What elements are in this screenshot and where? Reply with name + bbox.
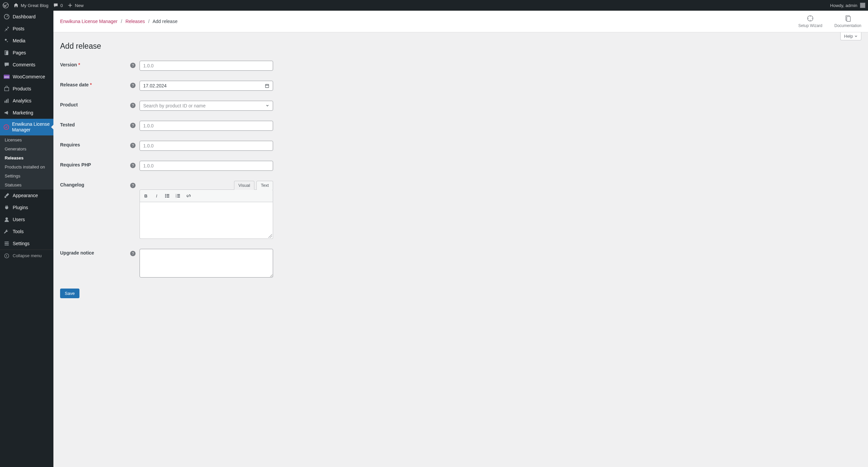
menu-label: Marketing bbox=[13, 110, 33, 115]
label-upgrade-notice: Upgrade notice bbox=[60, 249, 130, 256]
menu-label: Plugins bbox=[13, 205, 28, 210]
help-icon[interactable]: ? bbox=[130, 83, 135, 88]
new-label: New bbox=[75, 3, 84, 8]
svg-rect-30 bbox=[177, 196, 180, 196]
tested-input[interactable] bbox=[140, 121, 273, 131]
changelog-editor[interactable] bbox=[140, 202, 273, 239]
row-tested: Tested ? bbox=[60, 121, 861, 131]
menu-label: Comments bbox=[13, 62, 35, 67]
menu-woocommerce[interactable]: woo WooCommerce bbox=[0, 71, 54, 83]
breadcrumb: Enwikuna License Manager / Releases / Ad… bbox=[60, 19, 178, 24]
requires-php-input[interactable] bbox=[140, 161, 273, 171]
setup-wizard-link[interactable]: Setup Wizard bbox=[798, 15, 822, 28]
breadcrumb-section[interactable]: Releases bbox=[126, 19, 145, 24]
collapse-menu[interactable]: Collapse menu bbox=[0, 249, 54, 262]
resize-handle[interactable] bbox=[268, 234, 272, 238]
admin-sidebar: Dashboard Posts Media Pages Comments woo… bbox=[0, 11, 54, 311]
menu-posts[interactable]: Posts bbox=[0, 23, 54, 35]
help-icon[interactable]: ? bbox=[130, 183, 135, 188]
italic-button[interactable]: I bbox=[153, 192, 160, 200]
svg-text:3: 3 bbox=[176, 196, 177, 198]
comment-icon bbox=[53, 3, 58, 8]
label-requires: Requires bbox=[60, 141, 130, 147]
version-input[interactable] bbox=[140, 61, 273, 71]
save-button[interactable]: Save bbox=[60, 289, 80, 298]
svg-point-14 bbox=[6, 243, 7, 244]
license-icon bbox=[3, 124, 9, 130]
help-icon[interactable]: ? bbox=[130, 103, 135, 108]
svg-rect-8 bbox=[5, 101, 6, 103]
label-changelog: Changelog bbox=[60, 181, 130, 188]
submenu-generators[interactable]: Generators bbox=[0, 144, 54, 154]
help-icon[interactable]: ? bbox=[130, 123, 135, 128]
menu-appearance[interactable]: Appearance bbox=[0, 190, 54, 201]
menu-label: Analytics bbox=[13, 98, 31, 103]
main-content: Enwikuna License Manager / Releases / Ad… bbox=[54, 0, 868, 311]
link-button[interactable] bbox=[185, 192, 192, 200]
row-product: Product ? Search by product ID or name bbox=[60, 101, 861, 111]
site-name-link[interactable]: My Great Blog bbox=[13, 3, 49, 8]
menu-label: Pages bbox=[13, 50, 26, 55]
svg-rect-22 bbox=[166, 194, 169, 195]
label-release-date: Release date * bbox=[60, 81, 130, 88]
submenu-products-installed-on[interactable]: Products installed on bbox=[0, 162, 54, 171]
avatar bbox=[860, 3, 865, 8]
menu-media[interactable]: Media bbox=[0, 35, 54, 47]
svg-point-25 bbox=[165, 197, 166, 198]
help-tab[interactable]: Help bbox=[840, 32, 861, 40]
new-content-link[interactable]: New bbox=[67, 3, 84, 8]
bullet-list-icon bbox=[164, 193, 170, 198]
page-title: Add release bbox=[60, 42, 861, 51]
help-label: Help bbox=[844, 34, 853, 39]
menu-comments[interactable]: Comments bbox=[0, 59, 54, 71]
submenu-licenses[interactable]: Licenses bbox=[0, 135, 54, 144]
submenu-releases[interactable]: Releases bbox=[0, 154, 54, 162]
svg-point-23 bbox=[165, 196, 166, 197]
megaphone-icon bbox=[3, 109, 10, 116]
wp-logo[interactable] bbox=[3, 2, 9, 8]
menu-plugins[interactable]: Plugins bbox=[0, 201, 54, 213]
help-icon[interactable]: ? bbox=[130, 143, 135, 148]
submenu-settings[interactable]: Settings bbox=[0, 171, 54, 180]
comments-link[interactable]: 0 bbox=[53, 3, 63, 8]
menu-products[interactable]: Products bbox=[0, 83, 54, 95]
label-product: Product bbox=[60, 101, 130, 107]
pin-icon bbox=[3, 25, 10, 32]
user-menu[interactable]: Howdy, admin bbox=[830, 3, 865, 8]
help-icon[interactable]: ? bbox=[130, 251, 135, 256]
row-requires: Requires ? bbox=[60, 141, 861, 151]
menu-analytics[interactable]: Analytics bbox=[0, 95, 54, 107]
menu-label: Appearance bbox=[13, 193, 38, 198]
submenu-license-manager: Licenses Generators Releases Products in… bbox=[0, 135, 54, 190]
chevron-down-icon bbox=[266, 104, 270, 108]
menu-label: Users bbox=[13, 217, 25, 222]
menu-dashboard[interactable]: Dashboard bbox=[0, 11, 54, 23]
release-date-input[interactable]: 17.02.2024 bbox=[140, 81, 273, 91]
submenu-statuses[interactable]: Statuses bbox=[0, 180, 54, 190]
menu-users[interactable]: Users bbox=[0, 213, 54, 226]
menu-enwikuna-license-manager[interactable]: Enwikuna License Manager bbox=[0, 119, 54, 135]
menu-marketing[interactable]: Marketing bbox=[0, 107, 54, 119]
menu-label: Posts bbox=[13, 26, 24, 31]
upgrade-notice-textarea[interactable] bbox=[140, 249, 273, 277]
row-upgrade-notice: Upgrade notice ? bbox=[60, 249, 861, 278]
help-icon[interactable]: ? bbox=[130, 163, 135, 168]
menu-settings[interactable]: Settings bbox=[0, 237, 54, 249]
bold-button[interactable]: B bbox=[143, 192, 149, 200]
menu-pages[interactable]: Pages bbox=[0, 47, 54, 59]
svg-rect-4 bbox=[6, 52, 8, 55]
tab-text[interactable]: Text bbox=[256, 181, 273, 190]
bullet-list-button[interactable] bbox=[164, 192, 170, 200]
product-placeholder: Search by product ID or name bbox=[143, 103, 206, 108]
product-select[interactable]: Search by product ID or name bbox=[140, 101, 273, 111]
media-icon bbox=[3, 37, 10, 44]
breadcrumb-root[interactable]: Enwikuna License Manager bbox=[60, 19, 118, 24]
requires-input[interactable] bbox=[140, 141, 273, 151]
numbered-list-button[interactable]: 123 bbox=[175, 192, 181, 200]
howdy-text: Howdy, admin bbox=[830, 3, 857, 8]
menu-tools[interactable]: Tools bbox=[0, 226, 54, 237]
tab-visual[interactable]: Visual bbox=[234, 181, 254, 190]
home-icon bbox=[13, 3, 19, 8]
help-icon[interactable]: ? bbox=[130, 63, 135, 68]
documentation-link[interactable]: Documentation bbox=[834, 15, 861, 28]
